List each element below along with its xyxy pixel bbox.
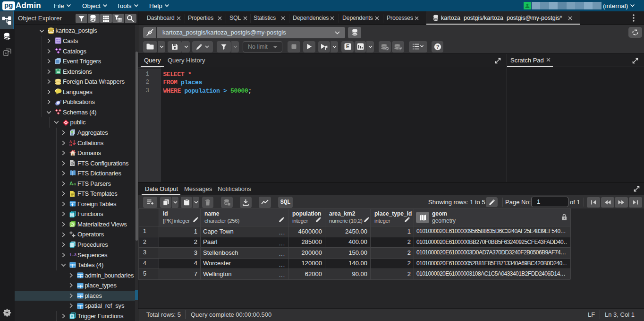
svg-text:A: A — [69, 181, 73, 186]
svg-text:1..3: 1..3 — [69, 252, 76, 257]
svg-text:B: B — [69, 143, 72, 146]
svg-text:?: ? — [436, 44, 439, 50]
svg-text:A: A — [69, 139, 72, 143]
svg-text:a: a — [74, 182, 76, 186]
svg-text:E: E — [346, 43, 349, 49]
